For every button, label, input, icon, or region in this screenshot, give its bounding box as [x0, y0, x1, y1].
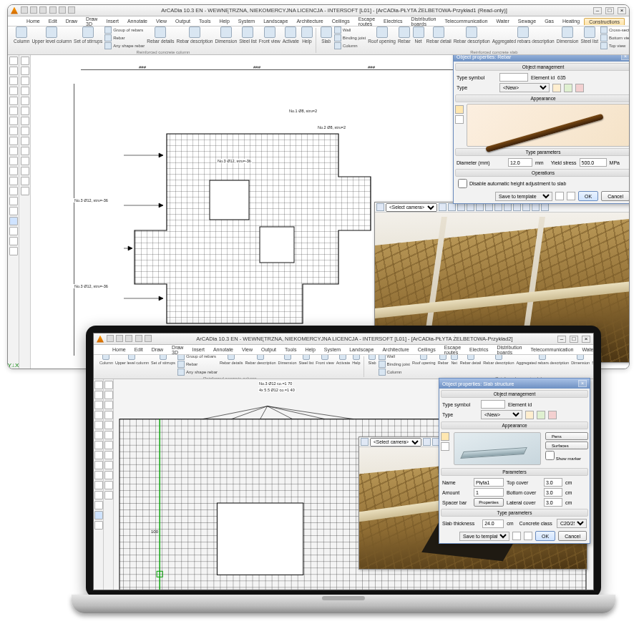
input-botcover[interactable]: [544, 488, 562, 497]
btn-upper-level[interactable]: Upper level column: [31, 26, 72, 49]
qat-undo-icon[interactable]: [135, 335, 142, 342]
tool-move-icon[interactable]: [9, 167, 18, 175]
select-concrete-class[interactable]: C20/25: [557, 519, 587, 528]
drawing-canvas[interactable]: ### ### ###: [31, 55, 629, 369]
dialog-titlebar[interactable]: Object properties: Rebar ×: [454, 55, 629, 62]
v3-front-icon[interactable]: [476, 203, 484, 211]
tool-b5-icon[interactable]: [21, 97, 29, 105]
export-icon[interactable]: [567, 192, 575, 200]
btn-agg-desc[interactable]: Aggregated rebars description: [492, 26, 555, 49]
ribbon-tabs[interactable]: Home Edit Draw Draw 3D Insert Annotate V…: [8, 16, 629, 26]
tool-b6-icon[interactable]: [21, 107, 29, 115]
btn-stirrups[interactable]: Set of stirrups: [74, 26, 102, 49]
btn-net[interactable]: Net: [413, 26, 424, 49]
v3-side-icon[interactable]: [494, 203, 502, 211]
v3-save-icon[interactable]: [541, 203, 549, 211]
tab-water[interactable]: Water: [492, 18, 513, 24]
input-yield[interactable]: [580, 158, 607, 167]
btn-rebar-desc2[interactable]: Rebar description: [454, 26, 490, 49]
qat-new-icon[interactable]: [21, 6, 28, 14]
import-icon[interactable]: [555, 192, 564, 200]
btn-steel-list2[interactable]: Steel list: [580, 26, 598, 49]
tab-ceilings[interactable]: Ceilings: [328, 18, 354, 24]
qat-undo-icon[interactable]: [49, 6, 57, 14]
close-button[interactable]: ×: [618, 7, 626, 14]
btn-rebar-detail2[interactable]: Rebar detail: [426, 26, 452, 49]
3d-toolbar[interactable]: <Select camera>: [375, 203, 629, 213]
tool-b8-icon[interactable]: [21, 127, 29, 135]
btn-rebar2[interactable]: Rebar: [398, 26, 411, 49]
appearance-tab-icon[interactable]: [441, 432, 449, 441]
v3-zoom-icon[interactable]: [457, 203, 465, 211]
left-toolbar-a[interactable]: Y⟂X: [8, 55, 19, 369]
v3-fit-icon[interactable]: [467, 203, 474, 211]
tool-b10-icon[interactable]: [21, 147, 29, 155]
tool-b13-icon[interactable]: [21, 177, 29, 185]
btn-column[interactable]: Column: [14, 26, 29, 49]
appearance-tab2-icon[interactable]: [441, 442, 449, 451]
qat-save-icon[interactable]: [39, 6, 47, 14]
btn-slab[interactable]: Slab: [321, 26, 332, 49]
maximize-button[interactable]: □: [570, 336, 578, 343]
tab-edit[interactable]: Edit: [44, 18, 62, 24]
add-type-icon[interactable]: [525, 411, 534, 419]
tool-mirror-icon[interactable]: [9, 197, 18, 205]
tool-rotate-icon[interactable]: [9, 187, 18, 195]
tool-trim-icon[interactable]: [9, 237, 18, 245]
qat-open-icon[interactable]: [116, 335, 123, 342]
appearance-tab2-icon[interactable]: [455, 115, 464, 124]
import-icon[interactable]: [512, 532, 521, 540]
tool-b2-icon[interactable]: [21, 67, 29, 75]
select-type[interactable]: <New>: [499, 83, 550, 92]
tool-measure-icon[interactable]: [9, 227, 18, 235]
input-topcover[interactable]: [544, 478, 562, 487]
input-slab-thickness[interactable]: [482, 519, 504, 528]
tab-architecture[interactable]: Architecture: [292, 18, 327, 24]
edit-type-icon[interactable]: [564, 84, 572, 92]
btn-front-view[interactable]: Front view: [259, 26, 280, 49]
edit-type-icon[interactable]: [537, 411, 545, 419]
tool-rect-icon[interactable]: [9, 87, 18, 95]
v3-rotate-icon[interactable]: [439, 203, 447, 211]
btn-rebar-details[interactable]: Rebar details: [147, 26, 174, 49]
spacer-properties-button[interactable]: Properties: [474, 498, 504, 507]
t-icon[interactable]: [94, 381, 103, 389]
tab-electrics[interactable]: Electrics: [379, 18, 406, 24]
input-name[interactable]: [474, 478, 504, 487]
chk-show-marker[interactable]: [545, 451, 555, 460]
minimize-button[interactable]: –: [557, 336, 566, 343]
tool-b12-icon[interactable]: [21, 167, 29, 175]
mini-rebars[interactable]: Group of rebarsRebarAny shape rebar: [104, 26, 145, 49]
ribbon-tabs-2[interactable]: Home Edit Draw Draw 3D Insert Annotate V…: [94, 345, 593, 355]
tool-scale-icon[interactable]: [9, 207, 18, 215]
v3-rotate-icon[interactable]: [423, 438, 431, 446]
tool-pointer-icon[interactable]: [9, 57, 18, 65]
input-amount[interactable]: [474, 488, 504, 497]
tab-help[interactable]: Help: [215, 18, 233, 24]
btn-help[interactable]: Help: [301, 26, 313, 49]
input-typesymbol[interactable]: [499, 73, 528, 82]
tab-annotate[interactable]: Annotate: [123, 18, 152, 24]
mini-views[interactable]: Cross-sectionBottom viewTop view: [600, 26, 629, 49]
tab-draw[interactable]: Draw: [62, 18, 82, 24]
tab-draw3d[interactable]: Draw 3D: [82, 16, 102, 27]
dialog-close-icon[interactable]: ×: [578, 380, 587, 387]
appearance-tab-icon[interactable]: [455, 105, 464, 114]
btn-stirrups[interactable]: Set of stirrups: [151, 355, 175, 376]
qat-print-icon[interactable]: [68, 6, 75, 14]
tab-tools[interactable]: Tools: [195, 18, 215, 24]
tool-copy-icon[interactable]: [9, 177, 18, 185]
tool-b9-icon[interactable]: [21, 137, 29, 145]
input-latcover[interactable]: [544, 498, 562, 507]
close-button[interactable]: ×: [582, 336, 590, 343]
mini-wallcol[interactable]: WallBinding joistColumn: [334, 26, 366, 49]
maximize-button[interactable]: □: [605, 7, 614, 14]
tool-hatch-icon[interactable]: [9, 137, 18, 145]
qat-open-icon[interactable]: [30, 6, 37, 14]
del-type-icon[interactable]: [575, 84, 584, 92]
quick-access-toolbar[interactable]: [21, 6, 76, 15]
qat-redo-icon[interactable]: [59, 6, 66, 14]
input-typesymbol[interactable]: [481, 400, 505, 409]
cancel-button[interactable]: Cancel: [558, 531, 587, 541]
left-toolbar-b[interactable]: [19, 55, 31, 369]
